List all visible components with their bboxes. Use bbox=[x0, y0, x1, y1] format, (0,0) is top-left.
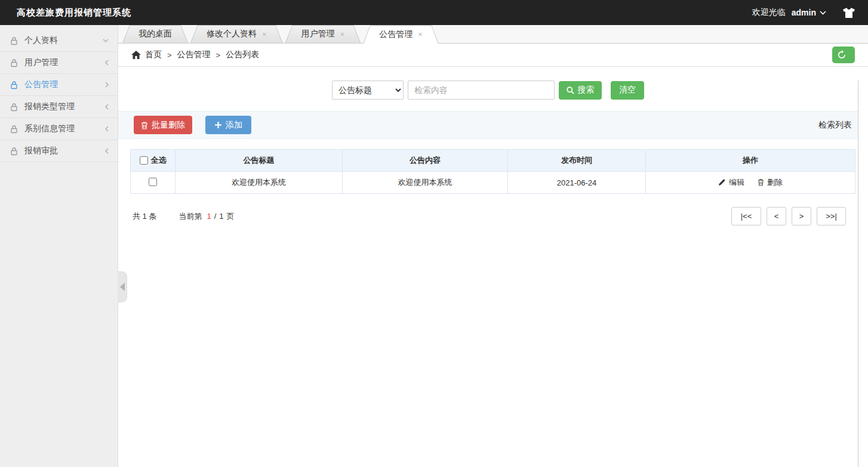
last-page-button[interactable]: >>| bbox=[817, 207, 846, 225]
total-pages-number: 1 bbox=[219, 212, 223, 221]
clear-button[interactable]: 清空 bbox=[611, 81, 644, 100]
sidebar-item-profile[interactable]: 个人资料 bbox=[0, 30, 118, 52]
notice-table: 全选 公告标题 公告内容 发布时间 操作 欢迎使用本系统 欢迎使用本系统 bbox=[130, 149, 855, 194]
prev-page-button[interactable]: < bbox=[767, 207, 786, 225]
tab-label: 修改个人资料 bbox=[207, 29, 257, 39]
sidebar: 个人资料 用户管理 公告管理 报销类型管理 系别信息管理 报销审批 bbox=[0, 25, 118, 467]
add-button[interactable]: 添加 bbox=[205, 116, 251, 134]
lock-icon bbox=[10, 125, 19, 134]
cell-publish-date: 2021-06-24 bbox=[508, 172, 646, 194]
refresh-button[interactable] bbox=[832, 47, 855, 63]
breadcrumb-home[interactable]: 首页 bbox=[145, 50, 162, 60]
sidebar-item-label: 报销类型管理 bbox=[24, 101, 99, 112]
sidebar-item-notice-management[interactable]: 公告管理 bbox=[0, 74, 118, 96]
table-row: 欢迎使用本系统 欢迎使用本系统 2021-06-24 编辑 bbox=[131, 172, 855, 194]
sidebar-item-department-info-management[interactable]: 系别信息管理 bbox=[0, 118, 118, 140]
sidebar-collapse-handle[interactable] bbox=[118, 271, 127, 302]
plus-icon bbox=[214, 121, 222, 129]
current-page-number: 1 bbox=[207, 212, 211, 221]
close-icon[interactable]: × bbox=[340, 30, 345, 38]
sidebar-item-label: 用户管理 bbox=[24, 57, 99, 68]
theme-shirt-icon[interactable] bbox=[843, 8, 855, 18]
select-all-label: 全选 bbox=[151, 155, 167, 166]
chevron-right-icon bbox=[104, 81, 109, 88]
sidebar-item-label: 系别信息管理 bbox=[24, 123, 99, 134]
column-header-title: 公告标题 bbox=[176, 150, 343, 172]
breadcrumb-notice-management[interactable]: 公告管理 bbox=[177, 50, 211, 60]
sidebar-item-label: 报销审批 bbox=[24, 146, 99, 156]
search-icon bbox=[567, 86, 574, 94]
grid-toolbar: 批量删除 添加 检索列表 bbox=[118, 111, 858, 139]
chevron-down-icon bbox=[820, 10, 826, 15]
tab-edit-profile[interactable]: 修改个人资料 × bbox=[190, 25, 283, 43]
pagination: 共 1 条 当前第 1 / 1 页 |<< < > >>| bbox=[133, 207, 846, 225]
trash-icon bbox=[141, 121, 148, 129]
lock-icon bbox=[10, 58, 19, 67]
app-title: 高校差旅费用报销管理系统 bbox=[17, 7, 131, 18]
close-icon[interactable]: × bbox=[418, 30, 423, 38]
lock-icon bbox=[10, 103, 19, 112]
sidebar-item-user-management[interactable]: 用户管理 bbox=[0, 52, 118, 74]
search-button[interactable]: 搜索 bbox=[559, 81, 602, 100]
page-suffix: 页 bbox=[227, 211, 235, 222]
sidebar-item-expense-approval[interactable]: 报销审批 bbox=[0, 140, 118, 162]
tab-label: 我的桌面 bbox=[138, 29, 172, 39]
search-bar: 公告标题 搜索 清空 bbox=[118, 81, 858, 100]
top-bar: 高校差旅费用报销管理系统 欢迎光临 admin bbox=[0, 0, 868, 25]
close-icon[interactable]: × bbox=[262, 30, 267, 38]
tab-my-desktop[interactable]: 我的桌面 bbox=[122, 25, 188, 43]
breadcrumb-separator: > bbox=[216, 51, 221, 60]
breadcrumb: 首页 > 公告管理 > 公告列表 bbox=[118, 44, 868, 67]
cell-notice-title: 欢迎使用本系统 bbox=[176, 172, 343, 194]
next-page-button[interactable]: > bbox=[792, 207, 811, 225]
home-icon bbox=[131, 51, 141, 59]
pagination-info: 共 1 条 当前第 1 / 1 页 bbox=[133, 211, 235, 222]
grid-title: 检索列表 bbox=[818, 120, 852, 131]
clear-button-label: 清空 bbox=[619, 85, 636, 95]
breadcrumb-notice-list[interactable]: 公告列表 bbox=[226, 50, 259, 60]
tab-label: 公告管理 bbox=[379, 29, 413, 40]
sidebar-item-label: 个人资料 bbox=[24, 35, 96, 46]
tab-label: 用户管理 bbox=[301, 29, 335, 39]
chevron-left-icon bbox=[104, 59, 109, 66]
edit-link[interactable]: 编辑 bbox=[718, 177, 744, 188]
column-header-actions: 操作 bbox=[646, 150, 855, 172]
batch-delete-label: 批量删除 bbox=[152, 120, 185, 131]
pencil-icon bbox=[718, 178, 726, 186]
chevron-left-icon bbox=[104, 125, 109, 132]
page-body: 公告标题 搜索 清空 批量删除 添加 bbox=[118, 81, 858, 467]
chevron-left-icon bbox=[104, 147, 109, 154]
sidebar-item-expense-type-management[interactable]: 报销类型管理 bbox=[0, 96, 118, 118]
search-input[interactable] bbox=[408, 81, 555, 100]
total-count-text: 共 1 条 bbox=[133, 211, 156, 222]
select-all-checkbox[interactable] bbox=[140, 156, 148, 165]
row-checkbox[interactable] bbox=[149, 178, 157, 186]
username: admin bbox=[792, 8, 816, 17]
refresh-icon bbox=[837, 50, 847, 60]
user-menu[interactable]: admin bbox=[792, 8, 826, 17]
cell-notice-content: 欢迎使用本系统 bbox=[343, 172, 508, 194]
breadcrumb-separator: > bbox=[167, 51, 172, 60]
welcome-text: 欢迎光临 bbox=[752, 7, 786, 18]
table-header-row: 全选 公告标题 公告内容 发布时间 操作 bbox=[131, 150, 855, 172]
tab-user-management[interactable]: 用户管理 × bbox=[285, 25, 361, 43]
chevron-left-icon bbox=[104, 103, 109, 110]
tab-notice-management[interactable]: 公告管理 × bbox=[363, 25, 439, 44]
add-button-label: 添加 bbox=[226, 120, 242, 131]
delete-link[interactable]: 删除 bbox=[758, 177, 783, 188]
column-header-content: 公告内容 bbox=[343, 150, 508, 172]
lock-icon bbox=[10, 147, 19, 156]
sidebar-item-label: 公告管理 bbox=[24, 79, 99, 90]
search-category-select[interactable]: 公告标题 bbox=[332, 81, 404, 100]
current-page-prefix: 当前第 bbox=[178, 211, 202, 222]
lock-icon bbox=[10, 81, 19, 89]
search-button-label: 搜索 bbox=[578, 85, 595, 95]
first-page-button[interactable]: |<< bbox=[731, 207, 761, 225]
column-header-publish-date: 发布时间 bbox=[508, 150, 646, 172]
trash-icon bbox=[758, 178, 764, 186]
triangle-left-icon bbox=[120, 283, 125, 291]
batch-delete-button[interactable]: 批量删除 bbox=[134, 116, 192, 134]
lock-icon bbox=[10, 36, 19, 45]
delete-label: 删除 bbox=[767, 177, 783, 188]
tab-bar: 我的桌面 修改个人资料 × 用户管理 × 公告管理 × bbox=[118, 25, 868, 44]
